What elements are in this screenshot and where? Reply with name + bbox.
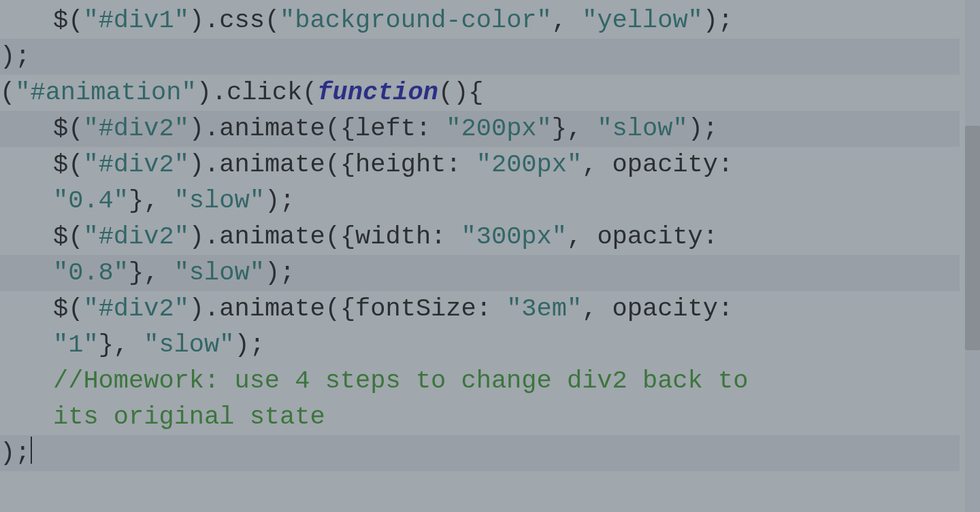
string-literal: "#div2" [83,150,189,179]
comment: its original state [53,403,325,431]
string-literal: "0.8" [53,258,129,287]
code-text: ); [234,330,264,359]
code-text: ).animate({fontSize: [189,294,506,323]
code-text: }, [99,330,144,359]
comment: //Homework: use 4 steps to change div2 b… [53,366,764,395]
code-text: (){ [438,78,484,107]
string-literal: "slow" [597,114,687,143]
text-caret [31,437,32,464]
code-editor[interactable]: $("#div1").css("background-color", "yell… [0,0,960,471]
code-line: //Homework: use 4 steps to change div2 b… [0,363,960,399]
code-line: $("#div2").animate({fontSize: "3em", opa… [0,291,960,327]
code-text: ).animate({height: [189,150,476,179]
code-line: $("#div1").css("background-color", "yell… [0,3,960,39]
code-line: $("#div2").animate({width: "300px", opac… [0,219,960,255]
code-text: ).click( [197,78,318,107]
string-literal: "slow" [144,330,234,359]
code-line: ("#animation").click(function(){ [0,75,960,111]
string-literal: "#div2" [83,294,189,323]
code-text: ( [0,78,15,107]
code-text: $( [53,294,83,323]
code-text: , [552,6,582,35]
string-literal: "#div1" [83,6,189,35]
string-literal: "1" [53,330,99,359]
string-literal: "#animation" [15,78,196,107]
code-text: }, [129,186,174,215]
code-text: , opacity: [567,222,733,251]
code-line: "0.8"}, "slow"); [0,255,960,291]
code-line: ); [0,39,960,75]
string-literal: "300px" [461,222,567,251]
code-line: its original state [0,399,960,435]
string-literal: "3em" [506,294,582,323]
code-text: ); [688,114,718,143]
string-literal: "yellow" [582,6,703,35]
code-line: "0.4"}, "slow"); [0,183,960,219]
string-literal: "0.4" [53,186,129,215]
code-text: ); [703,6,733,35]
code-line: ); [0,435,960,471]
string-literal: "200px" [476,150,582,179]
code-text: ); [265,258,295,287]
code-line: $("#div2").animate({height: "200px", opa… [0,147,960,183]
code-line: $("#div2").animate({left: "200px"}, "slo… [0,111,960,147]
string-literal: "slow" [174,258,265,287]
code-text: ); [0,42,30,71]
code-text: $( [53,222,83,251]
code-text: ).animate({left: [189,114,446,143]
code-text: ).animate({width: [189,222,461,251]
string-literal: "#div2" [83,114,189,143]
code-text: $( [53,6,83,35]
code-text: , opacity: [582,150,748,179]
code-text: ).css( [189,6,280,35]
keyword-function: function [317,78,438,107]
code-text: ); [0,439,30,467]
code-text: ); [265,186,295,215]
string-literal: "#div2" [83,222,189,251]
code-text: }, [129,258,174,287]
string-literal: "background-color" [280,6,552,35]
scrollbar-thumb[interactable] [965,126,980,350]
code-text: $( [53,114,83,143]
scrollbar-track[interactable] [965,0,980,512]
code-line: "1"}, "slow"); [0,327,960,363]
string-literal: "200px" [446,114,551,143]
code-text: $( [53,150,83,179]
code-text: , opacity: [582,294,748,323]
string-literal: "slow" [174,186,265,215]
code-text: }, [552,114,598,143]
